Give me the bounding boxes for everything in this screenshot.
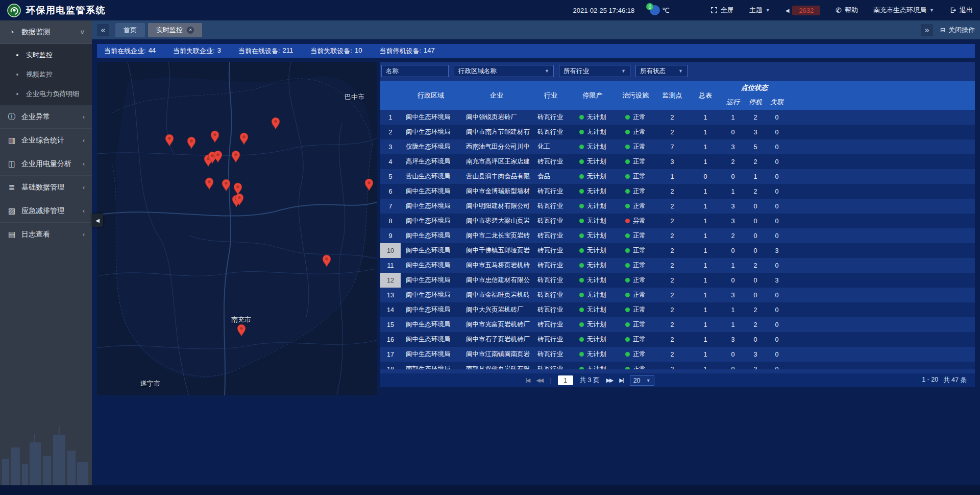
sidebar-submenu: 实时监控视频监控企业电力负荷明细: [0, 44, 92, 105]
notice-prev-icon[interactable]: ◀: [786, 8, 790, 13]
table-row[interactable]: 1阆中生态环境局阆中强锐页岩砖厂砖瓦行业无计划正常21120: [380, 110, 975, 125]
tabs-scroll-right-icon[interactable]: »: [921, 24, 933, 36]
sidebar-item-emergency[interactable]: ▨应急减排管理‹: [0, 199, 92, 223]
cell-facility-status: 正常: [616, 347, 655, 362]
cell-monitor-points: 2: [655, 347, 690, 362]
table-row[interactable]: 14阆中生态环境局阆中大兴页岩机砖厂砖瓦行业无计划正常21120: [380, 302, 975, 317]
sidebar-item-logs[interactable]: ▤日志查看‹: [0, 223, 92, 246]
cell-monitor-points: 2: [655, 228, 690, 243]
status-label: 正常: [633, 202, 646, 210]
fullscreen-button[interactable]: 全屏: [710, 6, 734, 15]
table-row[interactable]: 8阆中生态环境局阆中市枣碧大梁山页岩砖瓦行业无计划异常21300: [380, 214, 975, 228]
map[interactable]: ◀: [97, 62, 377, 395]
table-row[interactable]: 16阆中生态环境局阆中市石子页岩机砖厂砖瓦行业无计划正常21300: [380, 332, 975, 347]
last-page-icon[interactable]: ▶|: [619, 377, 623, 384]
table-row[interactable]: 15阆中生态环境局阆中市光富页岩机砖厂砖瓦行业无计划正常21120: [380, 317, 975, 332]
table-row[interactable]: 10阆中生态环境局阆中千佛镇五郎垭页岩砖瓦行业无计划正常21003: [380, 243, 975, 258]
tab-close-icon[interactable]: ✕: [187, 27, 194, 34]
col-monitor-points: 监测点: [655, 81, 690, 110]
logout-button[interactable]: 退出: [949, 6, 973, 15]
cell-monitor-points: 2: [655, 317, 690, 332]
page-number-input[interactable]: 1: [558, 375, 573, 385]
table-row[interactable]: 9阆中生态环境局阆中市二龙长宝页岩砖砖瓦行业无计划正常21200: [380, 228, 975, 243]
cell-stopped: 5: [745, 139, 766, 154]
region-select[interactable]: 行政区域名称▼: [454, 65, 554, 77]
status-label: 正常: [633, 261, 646, 270]
sidebar-item-power-analysis[interactable]: ◫企业用电量分析‹: [0, 152, 92, 176]
table-row[interactable]: 2阆中生态环境局阆中市南方节能建材有砖瓦行业无计划正常21030: [380, 125, 975, 139]
close-operations-button[interactable]: ⊟ 关闭操作: [940, 26, 975, 35]
cell-filler: [788, 258, 975, 273]
cell-facility-status: 正常: [616, 228, 655, 243]
cell-company: 营山县润丰肉食品有限: [461, 169, 532, 184]
table-row[interactable]: 13阆中生态环境局阆中市金福旺页岩机砖砖瓦行业无计划正常21300: [380, 288, 975, 302]
cell-facility-status: 正常: [616, 273, 655, 288]
row-index: 7: [380, 199, 401, 214]
record-range-label: 1 - 20: [922, 376, 938, 385]
cell-total-meters: 1: [690, 110, 721, 125]
next-page-icon[interactable]: ▶▶: [606, 377, 612, 384]
sidebar-item-enterprise-stats[interactable]: ▥企业综合统计‹: [0, 129, 92, 152]
first-page-icon[interactable]: |◀: [526, 377, 529, 384]
cell-region: 阆中生态环境局: [401, 332, 461, 347]
cell-running: 3: [721, 214, 745, 228]
cell-company: 阆中千佛镇五郎垭页岩: [461, 243, 532, 258]
stat-item: 当前在线设备:211: [238, 46, 293, 56]
table-row[interactable]: 6阆中生态环境局阆中市金博瑞新型墙材砖瓦行业无计划正常21120: [380, 184, 975, 199]
status-dot-icon: [579, 263, 584, 268]
status-dot-icon: [625, 293, 630, 297]
cell-company: 阆中强锐页岩砖厂: [461, 110, 532, 125]
status-dot-icon: [579, 293, 584, 297]
status-dot-icon: [625, 145, 630, 149]
cell-running: 1: [721, 184, 745, 199]
sidebar-subitem[interactable]: 视频监控: [0, 65, 92, 84]
chevron-left-icon: ‹: [83, 136, 85, 144]
status-select[interactable]: 所有状态▼: [635, 65, 688, 77]
help-button[interactable]: ✆ 帮助: [836, 6, 858, 15]
name-search-input[interactable]: [381, 65, 449, 77]
cell-facility-status: 正常: [616, 154, 655, 169]
notice-count-badge[interactable]: 2632: [792, 6, 820, 15]
table-row[interactable]: 18南部生态环境局南部县双佛页岩砖有限砖瓦行业无计划正常21030: [380, 362, 975, 369]
status-label: 正常: [633, 172, 646, 181]
org-dropdown[interactable]: 南充市生态环境局 ▼: [873, 6, 934, 15]
table-row[interactable]: 12阆中生态环境局阆中市忠信建材有限公砖瓦行业无计划正常21003: [380, 273, 975, 288]
prev-page-icon[interactable]: ◀◀: [536, 377, 543, 384]
sidebar-item-enterprise-alert[interactable]: ⓘ企业异常‹: [0, 105, 92, 129]
cell-total-meters: 1: [690, 258, 721, 273]
table-row[interactable]: 17阆中生态环境局阆中市江南镇阆南页岩砖瓦行业无计划正常21030: [380, 347, 975, 362]
page-size-select[interactable]: 20 ▼: [630, 375, 654, 386]
tab-realtime[interactable]: 实时监控✕: [148, 23, 202, 37]
cell-monitor-points: 2: [655, 199, 690, 214]
pin-center-icon: [325, 257, 328, 260]
cityscape-decoration: [0, 414, 92, 485]
cell-offline: 0: [766, 125, 788, 139]
table-row[interactable]: 4高坪生态环境局南充市高坪区王家店建砖瓦行业无计划正常31220: [380, 154, 975, 169]
status-dot-icon: [625, 367, 630, 369]
status-label: 正常: [633, 320, 646, 329]
sidebar-item-base-data[interactable]: ≣基础数据管理‹: [0, 176, 92, 199]
pagination-bar: |◀ ◀◀ | 1 共 3 页 ▶▶ ▶| 20 ▼ 1 - 20 共 47 条: [380, 373, 975, 387]
cell-facility-status: 正常: [616, 243, 655, 258]
table-row[interactable]: 7阆中生态环境局阆中明阳建材有限公司砖瓦行业无计划正常21300: [380, 199, 975, 214]
table-row[interactable]: 11阆中生态环境局阆中市五马桥页岩机砖砖瓦行业无计划正常21120: [380, 258, 975, 273]
notice-widget[interactable]: ◀ 2632: [786, 6, 821, 15]
sidebar-subitem[interactable]: 企业电力负荷明细: [0, 84, 92, 104]
tabs-scroll-left-icon[interactable]: «: [97, 24, 109, 36]
table-row[interactable]: 3仪陇生态环境局西南油气田分公司川中化工无计划正常71350: [380, 139, 975, 154]
cell-stopped: 0: [745, 273, 766, 288]
cell-stopped: 2: [745, 110, 766, 125]
pin-center-icon: [225, 182, 227, 184]
tab-home[interactable]: 首页: [115, 23, 145, 37]
cell-limit-status: 无计划: [569, 288, 616, 302]
sidebar-subitem[interactable]: 实时监控: [0, 45, 92, 65]
cell-stopped: 0: [745, 199, 766, 214]
cell-running: 0: [721, 362, 745, 369]
table-row[interactable]: 5营山生态环境局营山县润丰肉食品有限食品无计划正常10010: [380, 169, 975, 184]
status-label: 无计划: [587, 128, 606, 136]
sidebar-item-data-monitor[interactable]: ◔数据监测∨: [0, 20, 92, 44]
map-collapse-button[interactable]: ◀: [92, 214, 103, 227]
industry-select[interactable]: 所有行业▼: [559, 65, 630, 77]
theme-dropdown[interactable]: 主题 ▼: [749, 6, 770, 15]
cell-offline: 0: [766, 214, 788, 228]
